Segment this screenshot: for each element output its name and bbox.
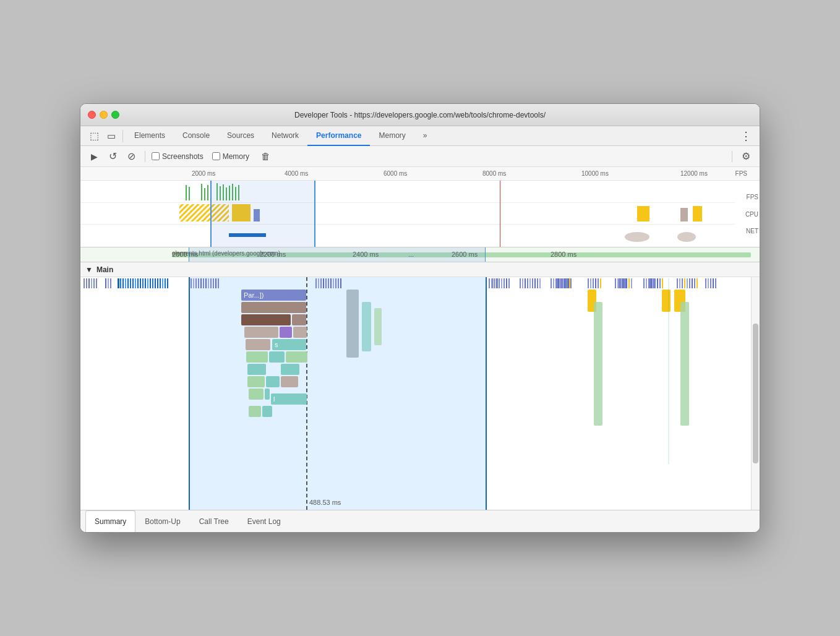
selection-overlay[interactable] <box>210 181 315 247</box>
svg-rect-50 <box>160 278 161 288</box>
flame-block-22[interactable] <box>362 302 371 351</box>
settings-button[interactable]: ⚙ <box>739 149 753 164</box>
toolbar2-sep2 <box>732 151 732 162</box>
flame-block-2[interactable] <box>241 314 291 325</box>
flame-block-8[interactable] <box>246 351 268 363</box>
screenshots-checkbox-group[interactable]: Screenshots <box>152 152 204 161</box>
svg-rect-150 <box>595 278 596 288</box>
cursor-icon[interactable]: ⬚ <box>85 127 103 145</box>
mobile-icon[interactable]: ▭ <box>103 127 120 145</box>
flame-content[interactable]: Par...]) s l <box>80 277 760 510</box>
fps-label: FPS <box>735 170 747 177</box>
flame-toggle[interactable]: ▼ <box>85 265 93 274</box>
flame-block-5[interactable] <box>280 327 292 338</box>
maximize-button[interactable] <box>111 111 119 119</box>
svg-rect-154 <box>617 278 619 288</box>
ruler-4000: 4000 ms <box>285 170 308 177</box>
flame-selected-bg <box>189 277 486 510</box>
tab-bottom-up[interactable]: Bottom-Up <box>135 510 189 533</box>
svg-rect-131 <box>497 278 498 288</box>
svg-rect-139 <box>537 278 538 288</box>
svg-rect-144 <box>564 278 565 288</box>
flame-block-7[interactable] <box>246 339 270 350</box>
flame-block-11[interactable] <box>247 364 266 375</box>
clear-button[interactable]: 🗑 <box>258 149 273 164</box>
flame-block-4[interactable] <box>244 327 278 338</box>
flame-block-13[interactable] <box>281 364 299 375</box>
tab-network[interactable]: Network <box>263 126 307 146</box>
tab-event-log[interactable]: Event Log <box>238 510 290 533</box>
performance-toolbar: ▶ ↺ ⊘ Screenshots Memory 🗑 ⚙ <box>80 146 760 167</box>
flame-block-20[interactable] <box>262 406 272 417</box>
flame-block-23[interactable] <box>374 308 382 345</box>
window-title: Developer Tools - https://developers.goo… <box>88 111 752 119</box>
svg-rect-66 <box>315 278 317 288</box>
svg-rect-0 <box>186 185 187 200</box>
svg-rect-160 <box>648 278 649 288</box>
svg-rect-38 <box>130 278 131 288</box>
svg-rect-143 <box>562 278 563 288</box>
svg-rect-39 <box>132 278 134 288</box>
flame-block-16[interactable] <box>281 376 298 387</box>
tab-memory[interactable]: Memory <box>370 126 414 146</box>
nav-selection[interactable] <box>189 247 486 262</box>
timeline-ruler: 2000 ms 4000 ms 6000 ms 8000 ms 10000 ms… <box>80 167 760 181</box>
tab-summary[interactable]: Summary <box>85 510 135 533</box>
svg-rect-141 <box>557 278 558 288</box>
svg-rect-41 <box>137 278 139 288</box>
tab-console[interactable]: Console <box>174 126 218 146</box>
flame-block-14[interactable] <box>247 376 265 387</box>
memory-checkbox-group[interactable]: Memory <box>212 152 249 161</box>
svg-rect-72 <box>330 278 332 288</box>
tab-call-tree[interactable]: Call Tree <box>190 510 238 533</box>
tab-more[interactable]: » <box>414 126 436 146</box>
svg-rect-33 <box>118 278 119 288</box>
svg-rect-168 <box>694 278 695 288</box>
menu-icon[interactable]: ⋮ <box>737 127 755 145</box>
record-button[interactable]: ▶ <box>87 149 101 164</box>
svg-rect-19 <box>693 206 702 221</box>
nav-tabs-bar: ⬚ ▭ Elements Console Sources Network Per… <box>80 126 760 146</box>
svg-rect-31 <box>108 278 109 288</box>
flame-block-19[interactable] <box>249 406 261 417</box>
net-track <box>80 225 735 247</box>
flame-block-6[interactable] <box>293 327 307 338</box>
svg-rect-162 <box>653 278 654 288</box>
cancel-button[interactable]: ⊘ <box>124 149 139 164</box>
svg-rect-67 <box>318 278 319 288</box>
svg-rect-163 <box>668 278 669 464</box>
svg-rect-137 <box>532 278 533 288</box>
ruler-12000: 12000 ms <box>680 170 708 177</box>
svg-rect-45 <box>147 278 148 288</box>
flame-block-10[interactable] <box>286 351 307 363</box>
flame-block-s[interactable]: s <box>272 339 306 350</box>
flame-block-parse[interactable]: Par...]) <box>241 290 306 301</box>
tab-sources[interactable]: Sources <box>218 126 263 146</box>
tab-elements[interactable]: Elements <box>126 126 174 146</box>
screenshots-checkbox[interactable] <box>152 152 160 160</box>
flame-block-21[interactable] <box>346 290 359 358</box>
minimize-button[interactable] <box>100 111 108 119</box>
tab-performance[interactable]: Performance <box>307 126 370 146</box>
svg-rect-4 <box>207 185 208 200</box>
refresh-button[interactable]: ↺ <box>105 149 120 164</box>
flame-block-l[interactable]: l <box>271 393 307 405</box>
svg-rect-151 <box>598 278 599 288</box>
flame-block-9[interactable] <box>269 351 285 363</box>
svg-rect-167 <box>692 278 693 288</box>
flame-block-15[interactable] <box>266 376 280 387</box>
scrollbar-thumb[interactable] <box>753 324 758 463</box>
devtools-window: Developer Tools - https://developers.goo… <box>80 103 760 533</box>
svg-rect-35 <box>122 278 124 288</box>
titlebar: Developer Tools - https://developers.goo… <box>80 104 760 126</box>
ruler-6000: 6000 ms <box>384 170 407 177</box>
flame-block-17[interactable] <box>249 389 264 400</box>
svg-rect-3 <box>204 188 205 200</box>
flame-block-18[interactable] <box>265 389 270 400</box>
close-button[interactable] <box>88 111 96 119</box>
memory-checkbox[interactable] <box>212 152 220 160</box>
flame-block-1[interactable] <box>241 302 306 313</box>
svg-rect-29 <box>96 278 97 288</box>
flame-block-3[interactable] <box>292 314 306 325</box>
scrollbar[interactable] <box>751 277 760 510</box>
